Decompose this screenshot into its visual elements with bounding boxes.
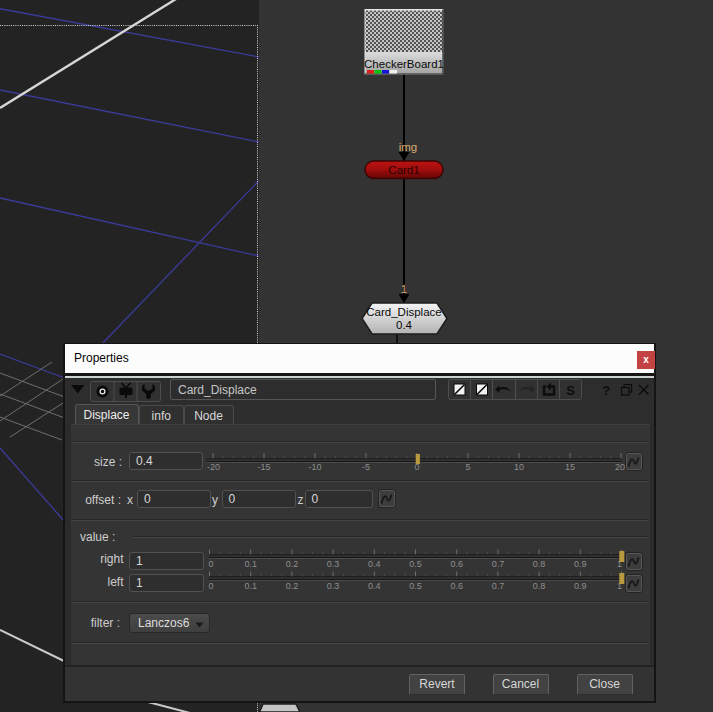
svg-text:-15: -15: [257, 462, 270, 472]
svg-text:0: 0: [209, 559, 214, 569]
svg-text:20: 20: [615, 462, 625, 472]
svg-text:5: 5: [465, 462, 470, 472]
svg-text:0.4: 0.4: [368, 581, 381, 591]
svg-text:Card_Displace: Card_Displace: [366, 306, 441, 318]
svg-text:-10: -10: [308, 462, 321, 472]
svg-text:?: ?: [602, 383, 610, 398]
svg-text:-20: -20: [207, 462, 220, 472]
svg-text:0.8: 0.8: [533, 559, 546, 569]
svg-text:0.6: 0.6: [450, 581, 463, 591]
svg-text:0.3: 0.3: [327, 559, 340, 569]
svg-text:S: S: [566, 383, 575, 398]
svg-text:0.7: 0.7: [492, 581, 505, 591]
svg-text:0: 0: [209, 581, 214, 591]
svg-text:0.9: 0.9: [574, 581, 587, 591]
svg-text:0.5: 0.5: [409, 581, 422, 591]
svg-text:0.6: 0.6: [450, 559, 463, 569]
svg-text:Card1: Card1: [388, 164, 419, 176]
svg-text:0.4: 0.4: [368, 559, 381, 569]
svg-text:15: 15: [565, 462, 575, 472]
svg-text:10: 10: [514, 462, 524, 472]
svg-text:1: 1: [401, 283, 407, 295]
svg-text:0.1: 0.1: [244, 559, 257, 569]
svg-text:0.7: 0.7: [492, 559, 505, 569]
svg-text:0.2: 0.2: [286, 559, 299, 569]
svg-text:0.3: 0.3: [327, 581, 340, 591]
svg-text:0.8: 0.8: [533, 581, 546, 591]
svg-text:0.1: 0.1: [244, 581, 257, 591]
svg-text:0.2: 0.2: [286, 581, 299, 591]
svg-text:0.5: 0.5: [409, 559, 422, 569]
svg-text:0.9: 0.9: [574, 559, 587, 569]
svg-text:0.4: 0.4: [396, 319, 413, 331]
svg-text:CheckerBoard1: CheckerBoard1: [364, 58, 444, 70]
svg-text:img: img: [399, 141, 418, 153]
svg-text:-5: -5: [362, 462, 370, 472]
